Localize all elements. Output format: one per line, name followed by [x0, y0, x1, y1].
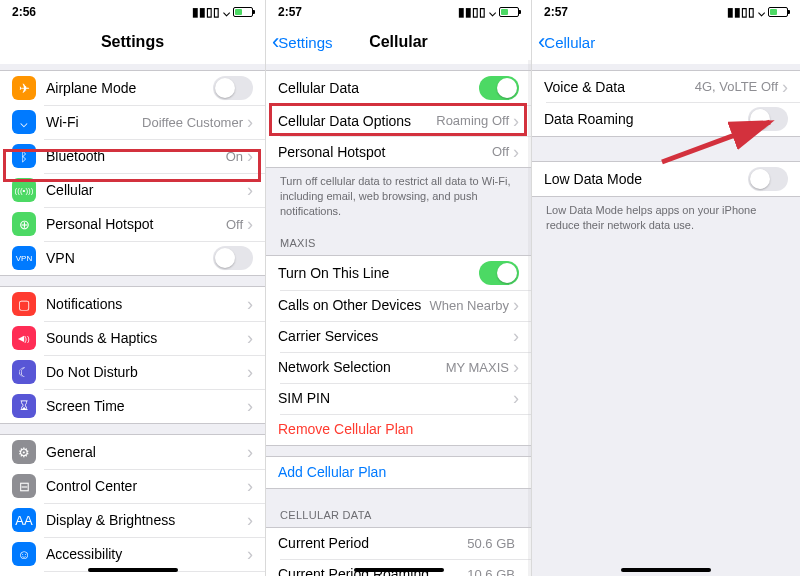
row-label: Wi-Fi: [46, 114, 142, 130]
wifi-status-icon: ⌵: [758, 5, 765, 19]
row-bluetooth[interactable]: ᛒBluetoothOn›: [0, 139, 265, 173]
chevron-right-icon: ›: [247, 397, 253, 415]
chevron-right-icon: ›: [513, 143, 519, 161]
row-label: Display & Brightness: [46, 512, 247, 528]
toggle-switch[interactable]: [748, 167, 788, 191]
row-label: Personal Hotspot: [46, 216, 226, 232]
row-carrier-services[interactable]: Carrier Services›: [266, 321, 531, 352]
row-label: Personal Hotspot: [278, 144, 492, 160]
row-label: Screen Time: [46, 398, 247, 414]
row-sounds-haptics[interactable]: ◀︎))Sounds & Haptics›: [0, 321, 265, 355]
wifi-status-icon: ⌵: [489, 5, 496, 19]
chevron-right-icon: ›: [782, 78, 788, 96]
options-list[interactable]: Voice & Data4G, VoLTE Off›Data Roaming L…: [532, 64, 800, 576]
signal-icon: ▮▮▯▯: [458, 5, 486, 19]
battery-icon: [768, 7, 788, 17]
row-cellular-data-options[interactable]: Cellular Data OptionsRoaming Off›: [266, 105, 531, 136]
chevron-right-icon: ›: [247, 545, 253, 563]
row-personal-hotspot[interactable]: Personal HotspotOff›: [266, 136, 531, 167]
row-screen-time[interactable]: ⌛︎Screen Time›: [0, 389, 265, 423]
row-control-center[interactable]: ⊟Control Center›: [0, 469, 265, 503]
row-detail: Off: [226, 217, 243, 232]
cellular-list[interactable]: Cellular DataCellular Data OptionsRoamin…: [266, 64, 531, 576]
row-voice-data[interactable]: Voice & Data4G, VoLTE Off›: [532, 71, 800, 102]
row-label: Cellular Data: [278, 80, 479, 96]
status-right: ▮▮▯▯ ⌵: [192, 5, 253, 19]
chevron-right-icon: ›: [513, 327, 519, 345]
airplane-icon: ✈︎: [12, 76, 36, 100]
settings-list[interactable]: ✈︎Airplane Mode⌵Wi-FiDoiffee Customer›ᛒB…: [0, 64, 265, 576]
row-detail: Doiffee Customer: [142, 115, 243, 130]
row-low-data-mode[interactable]: Low Data Mode: [532, 162, 800, 196]
back-button[interactable]: ‹Cellular: [538, 31, 595, 53]
chevron-right-icon: ›: [247, 329, 253, 347]
battery-icon: [499, 7, 519, 17]
row-vpn[interactable]: VPNVPN: [0, 241, 265, 275]
row-label: Network Selection: [278, 359, 446, 375]
row-detail: Off: [492, 144, 509, 159]
row-cellular[interactable]: (((•)))Cellular›: [0, 173, 265, 207]
row-turn-on-this-line[interactable]: Turn On This Line: [266, 256, 531, 290]
row-sim-pin[interactable]: SIM PIN›: [266, 383, 531, 414]
chevron-right-icon: ›: [247, 511, 253, 529]
row-label: Calls on Other Devices: [278, 297, 430, 313]
cellular-note: Turn off cellular data to restrict all d…: [266, 168, 531, 227]
chevron-right-icon: ›: [247, 443, 253, 461]
row-add-cellular-plan[interactable]: Add Cellular Plan: [266, 457, 531, 488]
row-display-brightness[interactable]: AADisplay & Brightness›: [0, 503, 265, 537]
nav-bar: Settings: [0, 20, 265, 64]
accessibility-icon: ☺︎: [12, 542, 36, 566]
row-network-selection[interactable]: Network SelectionMY MAXIS›: [266, 352, 531, 383]
row-detail: 4G, VoLTE Off: [695, 79, 778, 94]
wifi-icon: ⌵: [12, 110, 36, 134]
general-icon: ⚙︎: [12, 440, 36, 464]
row-wi-fi[interactable]: ⌵Wi-FiDoiffee Customer›: [0, 105, 265, 139]
back-button[interactable]: ‹Settings: [272, 31, 333, 53]
page-title: Cellular: [369, 33, 428, 51]
carrier-header: MAXIS: [266, 227, 531, 255]
chevron-right-icon: ›: [513, 389, 519, 407]
row-label: General: [46, 444, 247, 460]
control-center-icon: ⊟: [12, 474, 36, 498]
row-personal-hotspot[interactable]: ⊕Personal HotspotOff›: [0, 207, 265, 241]
row-cellular-data[interactable]: Cellular Data: [266, 71, 531, 105]
status-time: 2:57: [278, 5, 302, 19]
row-do-not-disturb[interactable]: ☾Do Not Disturb›: [0, 355, 265, 389]
status-right: ▮▮▯▯ ⌵: [727, 5, 788, 19]
chevron-right-icon: ›: [513, 112, 519, 130]
row-label: Cellular: [46, 182, 247, 198]
page-title: Settings: [101, 33, 164, 51]
row-data-roaming[interactable]: Data Roaming: [532, 102, 800, 136]
cellular-icon: (((•))): [12, 178, 36, 202]
status-time: 2:56: [12, 5, 36, 19]
chevron-right-icon: ›: [247, 363, 253, 381]
row-label: Cellular Data Options: [278, 113, 436, 129]
row-label: Control Center: [46, 478, 247, 494]
row-label: Low Data Mode: [544, 171, 748, 187]
nav-bar: ‹Settings Cellular: [266, 20, 531, 64]
status-bar: 2:57 ▮▮▯▯ ⌵: [266, 0, 531, 20]
row-accessibility[interactable]: ☺︎Accessibility›: [0, 537, 265, 571]
status-bar: 2:56 ▮▮▯▯ ⌵: [0, 0, 265, 20]
row-calls-on-other-devices[interactable]: Calls on Other DevicesWhen Nearby›: [266, 290, 531, 321]
toggle-switch[interactable]: [748, 107, 788, 131]
toggle-switch[interactable]: [213, 76, 253, 100]
status-time: 2:57: [544, 5, 568, 19]
row-detail: 10.6 GB: [467, 567, 515, 576]
row-detail: Roaming Off: [436, 113, 509, 128]
row-detail: 50.6 GB: [467, 536, 515, 551]
scrollbar[interactable]: [528, 60, 531, 576]
display-icon: AA: [12, 508, 36, 532]
row-notifications[interactable]: ▢Notifications›: [0, 287, 265, 321]
row-label: Data Roaming: [544, 111, 748, 127]
cellular-screen: 2:57 ▮▮▯▯ ⌵ ‹Settings Cellular Cellular …: [266, 0, 532, 576]
battery-icon: [233, 7, 253, 17]
toggle-switch[interactable]: [479, 261, 519, 285]
chevron-right-icon: ›: [513, 296, 519, 314]
row-remove-cellular-plan[interactable]: Remove Cellular Plan: [266, 414, 531, 445]
toggle-switch[interactable]: [479, 76, 519, 100]
row-airplane-mode[interactable]: ✈︎Airplane Mode: [0, 71, 265, 105]
row-label: Turn On This Line: [278, 265, 479, 281]
toggle-switch[interactable]: [213, 246, 253, 270]
row-general[interactable]: ⚙︎General›: [0, 435, 265, 469]
